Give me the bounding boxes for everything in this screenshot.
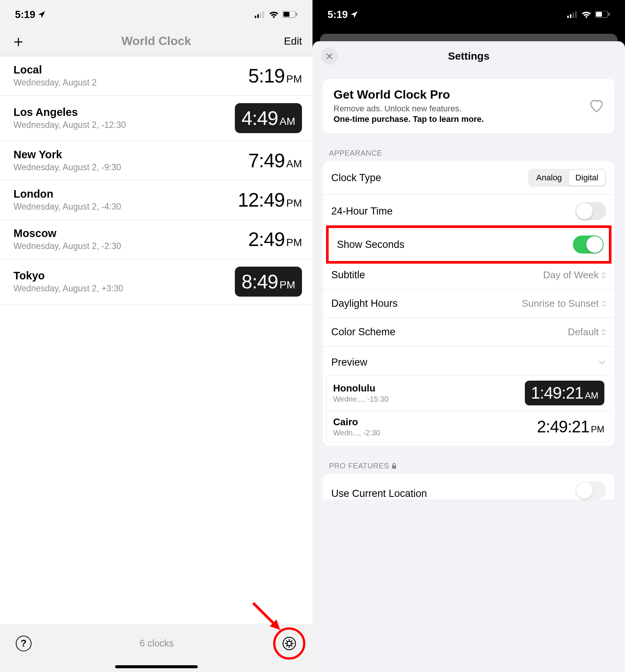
settings-sheet: Settings Get World Clock Pro Remove ads.…: [312, 41, 625, 672]
bottom-toolbar: ? 6 clocks: [0, 625, 312, 672]
appearance-group: Clock Type Analog Digital 24-Hour Time S…: [323, 161, 614, 446]
setting-label: Preview: [331, 357, 367, 368]
clock-type-row: Clock Type Analog Digital: [323, 161, 614, 195]
clock-row[interactable]: LondonWednesday, August 2, -4:3012:49PM: [0, 180, 312, 220]
clock-type-segmented[interactable]: Analog Digital: [528, 169, 606, 187]
edit-button[interactable]: Edit: [283, 35, 302, 47]
location-arrow-icon: [350, 10, 358, 19]
updown-icon: [601, 300, 606, 308]
preview-header-row[interactable]: Preview: [323, 346, 614, 375]
settings-title: Settings: [312, 50, 625, 62]
hour24-toggle[interactable]: [575, 202, 606, 220]
clock-row[interactable]: TokyoWednesday, August 2, +3:308:49PM: [0, 259, 312, 304]
preview-ampm: PM: [591, 424, 604, 435]
clock-list: LocalWednesday, August 25:19PMLos Angele…: [0, 56, 312, 304]
time-value: 4:49: [242, 107, 278, 129]
chevron-down-icon: [598, 360, 606, 365]
color-row[interactable]: Color Scheme Default: [323, 318, 614, 346]
page-title: World Clock: [121, 34, 191, 48]
svg-rect-15: [575, 11, 577, 18]
setting-value: Default: [568, 326, 599, 338]
city-sub: Wednesday, August 2, -2:30: [14, 241, 121, 251]
time-value: 12:49: [238, 189, 285, 211]
help-button[interactable]: ?: [16, 636, 32, 651]
annotation-arrow: [249, 599, 287, 637]
preview-city: Honolulu: [333, 382, 389, 394]
svg-rect-2: [260, 13, 261, 18]
svg-rect-7: [296, 13, 297, 16]
city-sub: Wednesday, August 2, +3:30: [14, 284, 123, 294]
city-label: Moscow: [14, 227, 121, 240]
setting-label: Daylight Hours: [331, 298, 398, 309]
city-sub: Wednesday, August 2: [14, 78, 97, 88]
battery-icon: [595, 11, 610, 18]
pro-promo[interactable]: Get World Clock Pro Remove ads. Unlock n…: [323, 79, 614, 133]
svg-rect-21: [392, 465, 396, 469]
svg-rect-0: [255, 16, 256, 18]
setting-value: Sunrise to Sunset: [522, 298, 599, 309]
pro-section-label: PRO FEATURES: [329, 462, 608, 470]
appearance-section-label: APPEARANCE: [329, 149, 608, 158]
svg-rect-6: [284, 12, 290, 17]
preview-ampm: AM: [585, 390, 598, 401]
lock-icon: [391, 463, 397, 469]
use-location-toggle[interactable]: [575, 482, 606, 500]
svg-rect-3: [263, 11, 264, 18]
segment-analog[interactable]: Analog: [529, 170, 569, 186]
city-sub: Wednesday, August 2, -9:30: [14, 162, 121, 172]
svg-rect-13: [570, 14, 571, 18]
clock-row[interactable]: LocalWednesday, August 25:19PM: [0, 56, 312, 96]
ampm: AM: [279, 116, 295, 128]
home-indicator: [115, 665, 198, 668]
subtitle-row[interactable]: Subtitle Day of Week: [323, 261, 614, 290]
ampm: PM: [279, 279, 295, 291]
gear-icon[interactable]: [282, 636, 297, 651]
status-bar: 5:19: [312, 0, 625, 26]
wifi-icon: [581, 11, 591, 18]
city-label: New York: [14, 148, 121, 161]
city-sub: Wednesday, August 2, -4:30: [14, 202, 121, 212]
status-time: 5:19: [15, 9, 35, 21]
city-label: Local: [14, 64, 97, 76]
status-bar: 5:19 !: [0, 0, 312, 26]
svg-rect-17: [596, 12, 602, 17]
preview-sub: Wedne..., -15:30: [333, 395, 389, 404]
close-button[interactable]: [321, 48, 338, 65]
daylight-row[interactable]: Daylight Hours Sunrise to Sunset: [323, 290, 614, 318]
setting-label: Show Seconds: [337, 239, 404, 250]
clock-count: 6 clocks: [140, 638, 173, 649]
preview-row: HonoluluWedne..., -15:301:49:21AM: [326, 375, 611, 411]
city-label: Tokyo: [14, 270, 123, 282]
clock-row[interactable]: MoscowWednesday, August 2, -2:302:49PM: [0, 220, 312, 259]
show-seconds-toggle[interactable]: [573, 236, 604, 254]
hour24-row: 24-Hour Time: [323, 195, 614, 228]
ampm: AM: [286, 158, 302, 170]
battery-icon: [282, 11, 297, 18]
time-value: 8:49: [242, 270, 278, 293]
add-button[interactable]: ＋: [11, 31, 29, 52]
time-value: 7:49: [248, 149, 285, 172]
setting-value: Day of Week: [543, 269, 599, 281]
wifi-icon: [269, 11, 279, 18]
updown-icon: [601, 328, 606, 336]
svg-marker-9: [270, 620, 280, 630]
clock-row[interactable]: New YorkWednesday, August 2, -9:307:49AM: [0, 141, 312, 180]
signal-icon: !: [255, 11, 265, 18]
location-arrow-icon: [38, 10, 46, 19]
show-seconds-row: Show Seconds: [326, 225, 611, 264]
clock-row[interactable]: Los AngelesWednesday, August 2, -12:304:…: [0, 96, 312, 141]
svg-rect-12: [567, 16, 569, 18]
segment-digital[interactable]: Digital: [569, 170, 605, 186]
setting-label: 24-Hour Time: [331, 206, 393, 217]
setting-label: Subtitle: [331, 269, 365, 281]
time-value: 2:49: [248, 228, 285, 250]
svg-rect-18: [608, 13, 610, 16]
city-label: Los Angeles: [14, 106, 126, 118]
promo-line2: One-time purchase. Tap to learn more.: [334, 114, 484, 124]
preview-time-value: 1:49:21: [531, 384, 583, 402]
setting-label: Clock Type: [331, 172, 381, 184]
preview-city: Cairo: [333, 416, 380, 428]
nav-bar: ＋ World Clock Edit: [0, 26, 312, 56]
svg-line-8: [253, 603, 277, 627]
preview-row: CairoWedn..., -2:302:49:21PM: [326, 411, 611, 442]
